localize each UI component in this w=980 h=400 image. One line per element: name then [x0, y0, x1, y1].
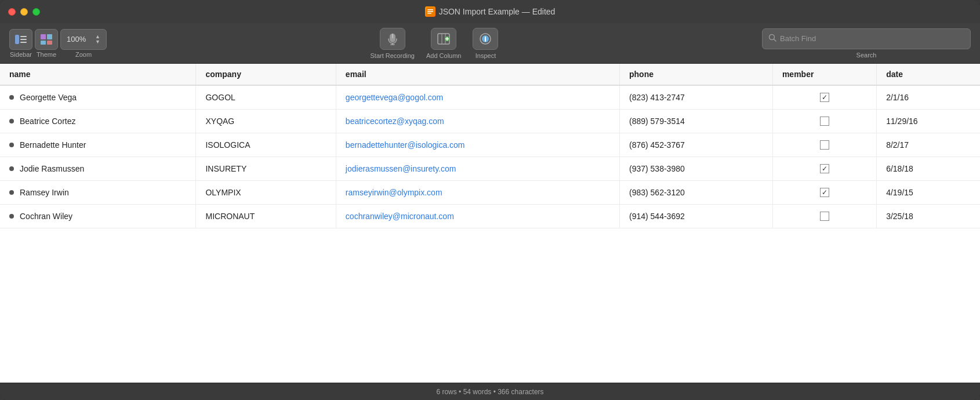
email-link[interactable]: jodierasmussen@insurety.com	[346, 164, 456, 173]
col-header-member[interactable]: member	[772, 64, 876, 85]
svg-rect-9	[47, 34, 52, 39]
cell-member[interactable]: ✓	[772, 157, 876, 181]
inspect-group: Inspect	[473, 28, 498, 59]
checkbox[interactable]	[820, 117, 829, 126]
cell-phone: (983) 562-3120	[620, 181, 773, 205]
cell-name: Ramsey Irwin	[0, 181, 196, 205]
minimize-button[interactable]	[20, 8, 28, 16]
svg-rect-5	[20, 36, 27, 37]
sidebar-group: Sidebar	[9, 29, 32, 58]
email-link[interactable]: georgettevega@gogol.com	[346, 93, 443, 102]
cell-member[interactable]	[772, 133, 876, 157]
start-recording-group: Start Recording	[371, 28, 415, 59]
cell-date: 2/1/16	[877, 85, 980, 110]
start-recording-button[interactable]	[380, 28, 405, 50]
checkbox[interactable]	[820, 212, 829, 221]
row-indicator	[9, 214, 14, 219]
email-link[interactable]: cochranwiley@micronaut.com	[346, 212, 454, 221]
checkbox[interactable]: ✓	[820, 93, 829, 102]
add-column-group: Add Column	[426, 28, 462, 59]
cell-name: Georgette Vega	[0, 85, 196, 110]
svg-point-25	[485, 37, 486, 38]
cell-name: Cochran Wiley	[0, 205, 196, 228]
cell-phone: (914) 544-3692	[620, 205, 773, 228]
theme-group: Theme	[35, 29, 58, 58]
cell-company: OLYMPIX	[196, 181, 336, 205]
table-row[interactable]: Ramsey IrwinOLYMPIXramseyirwin@olympix.c…	[0, 181, 980, 205]
cell-email[interactable]: beatricecortez@xyqag.com	[336, 110, 619, 133]
row-indicator	[9, 190, 14, 195]
row-indicator	[9, 119, 14, 123]
table-row[interactable]: Beatrice CortezXYQAGbeatricecortez@xyqag…	[0, 110, 980, 133]
svg-rect-1	[427, 9, 433, 10]
cell-phone: (823) 413-2747	[620, 85, 773, 110]
maximize-button[interactable]	[32, 8, 40, 16]
svg-rect-8	[41, 34, 46, 39]
row-indicator	[9, 166, 14, 171]
col-header-email[interactable]: email	[336, 64, 619, 85]
cell-member[interactable]	[772, 205, 876, 228]
theme-button[interactable]	[35, 29, 58, 50]
cell-email[interactable]: jodierasmussen@insurety.com	[336, 157, 619, 181]
cell-company: INSURETY	[196, 157, 336, 181]
inspect-label: Inspect	[476, 52, 496, 59]
cell-member[interactable]: ✓	[772, 181, 876, 205]
zoom-stepper[interactable]: ▲ ▼	[95, 34, 100, 45]
checkbox[interactable]	[820, 140, 829, 150]
cell-name: Jodie Rasmussen	[0, 157, 196, 181]
email-link[interactable]: beatricecortez@xyqag.com	[346, 117, 444, 126]
col-header-company[interactable]: company	[196, 64, 336, 85]
table-row[interactable]: Cochran WileyMICRONAUTcochranwiley@micro…	[0, 205, 980, 228]
cell-email[interactable]: ramseyirwin@olympix.com	[336, 181, 619, 205]
zoom-group: 100% ▲ ▼ Zoom	[60, 29, 107, 58]
checkbox[interactable]: ✓	[820, 164, 829, 173]
email-link[interactable]: ramseyirwin@olympix.com	[346, 188, 442, 197]
inspect-button[interactable]	[473, 28, 498, 50]
cell-email[interactable]: cochranwiley@micronaut.com	[336, 205, 619, 228]
traffic-lights	[8, 8, 40, 16]
col-header-date[interactable]: date	[877, 64, 980, 85]
status-bar: 6 rows • 54 words • 366 characters	[0, 383, 980, 400]
checkbox[interactable]: ✓	[820, 188, 829, 197]
sidebar-button[interactable]	[9, 29, 32, 50]
cell-member[interactable]	[772, 110, 876, 133]
svg-rect-11	[47, 41, 52, 45]
cell-date: 3/25/18	[877, 205, 980, 228]
table-row[interactable]: Georgette VegaGOGOLgeorgettevega@gogol.c…	[0, 85, 980, 110]
col-header-name[interactable]: name	[0, 64, 196, 85]
cell-email[interactable]: georgettevega@gogol.com	[336, 85, 619, 110]
cell-member[interactable]: ✓	[772, 85, 876, 110]
close-button[interactable]	[8, 8, 16, 16]
table-header-row: name company email phone member date	[0, 64, 980, 85]
col-header-phone[interactable]: phone	[620, 64, 773, 85]
row-indicator	[9, 95, 14, 100]
email-link[interactable]: bernadettehunter@isologica.com	[346, 140, 465, 150]
search-input[interactable]	[780, 34, 964, 43]
cell-phone: (937) 538-3980	[620, 157, 773, 181]
cell-company: GOGOL	[196, 85, 336, 110]
table-row[interactable]: Bernadette HunterISOLOGICAbernadettehunt…	[0, 133, 980, 157]
cell-name: Bernadette Hunter	[0, 133, 196, 157]
sidebar-label: Sidebar	[10, 51, 32, 58]
add-column-label: Add Column	[426, 52, 462, 59]
table-row[interactable]: Jodie RasmussenINSURETYjodierasmussen@in…	[0, 157, 980, 181]
zoom-button[interactable]: 100% ▲ ▼	[60, 29, 107, 50]
add-column-button[interactable]	[431, 28, 456, 50]
toolbar-center: Start Recording Add Column	[109, 28, 760, 59]
start-recording-label: Start Recording	[371, 52, 415, 59]
cell-date: 8/2/17	[877, 133, 980, 157]
cell-email[interactable]: bernadettehunter@isologica.com	[336, 133, 619, 157]
cell-date: 4/19/15	[877, 181, 980, 205]
search-input-wrap[interactable]	[762, 28, 971, 49]
search-icon	[768, 34, 776, 43]
cell-phone: (876) 452-3767	[620, 133, 773, 157]
svg-rect-6	[20, 39, 27, 40]
svg-rect-12	[392, 34, 393, 38]
search-area: Search	[762, 28, 971, 59]
zoom-value: 100%	[67, 35, 86, 43]
svg-rect-7	[20, 42, 27, 43]
cell-company: MICRONAUT	[196, 205, 336, 228]
cell-company: ISOLOGICA	[196, 133, 336, 157]
svg-rect-4	[15, 35, 19, 44]
data-table: name company email phone member date Geo…	[0, 64, 980, 228]
